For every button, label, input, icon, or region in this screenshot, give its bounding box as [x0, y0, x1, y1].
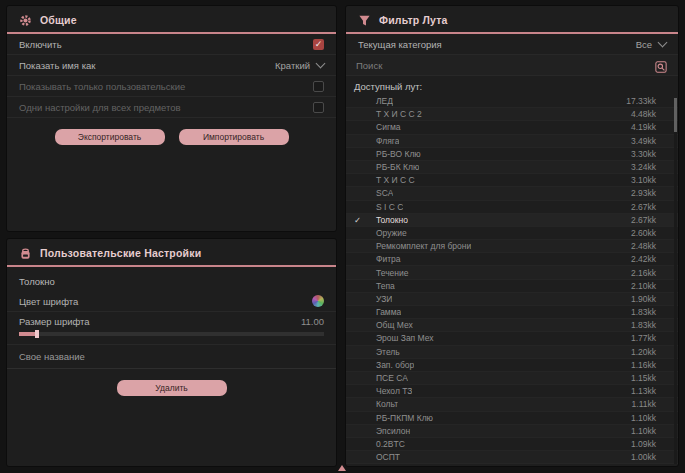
loot-name: Гамма: [354, 307, 401, 317]
loot-name: Оружие: [354, 228, 407, 238]
font-color-row: Цвет шрифта: [7, 291, 336, 312]
loot-row[interactable]: Эрош Зап Мех 1.77kk: [346, 332, 678, 345]
font-size-slider-thumb[interactable]: [35, 330, 39, 338]
loot-value: 1.77kk: [631, 333, 656, 343]
name-mode-row: Показать имя как Краткий: [7, 55, 336, 76]
enable-row: Включить ✓: [7, 34, 336, 55]
loot-row[interactable]: ОСПТ 1.00kk: [346, 451, 678, 464]
loot-name: Фляга: [354, 136, 399, 146]
loot-row[interactable]: ПСЕ СА 1.15kk: [346, 372, 678, 385]
loot-row[interactable]: Чехол ТЗ 1.13kk: [346, 385, 678, 398]
scrollbar-thumb[interactable]: [674, 98, 677, 132]
loot-row[interactable]: РБ-ПКПМ Клю 1.10kk: [346, 412, 678, 425]
only-custom-row: Показывать только пользовательские: [7, 76, 336, 97]
loot-list-scrollbar[interactable]: [674, 98, 677, 464]
loot-row[interactable]: РБ-ВО Клю 3.30kk: [346, 148, 678, 161]
check-icon: ✓: [354, 215, 368, 225]
search-bar[interactable]: Поиск: [346, 55, 678, 76]
loot-name: ПСЕ СА: [354, 373, 408, 383]
resize-handle-icon[interactable]: [338, 465, 346, 471]
loot-row[interactable]: Т Х И С С 2 4.48kk: [346, 108, 678, 121]
loot-list: ЛЕД 17.33kk Т Х И С С 2 4.48kk Сигма 4.1…: [346, 95, 678, 464]
loot-value: 4.19kk: [631, 122, 656, 132]
loot-row[interactable]: Течение 2.16kk: [346, 266, 678, 279]
available-loot-label: Доступный лут:: [346, 76, 678, 95]
loot-value: 2.67kk: [631, 215, 656, 225]
font-size-slider[interactable]: [19, 332, 324, 336]
color-wheel-icon[interactable]: [312, 295, 324, 307]
loot-row[interactable]: ЛЕД 17.33kk: [346, 95, 678, 108]
loot-row[interactable]: S I C C 2.67kk: [346, 201, 678, 214]
chevron-down-icon: [316, 59, 326, 69]
loot-name: РБ-ВО Клю: [354, 149, 421, 159]
filter-panel-title: Фильтр Лута: [379, 14, 448, 26]
only-custom-checkbox[interactable]: [313, 81, 324, 92]
loot-row[interactable]: Гамма 1.83kk: [346, 306, 678, 319]
backpack-icon: [19, 246, 32, 259]
loot-name: Кольт: [354, 399, 398, 409]
loot-name: Чехол ТЗ: [354, 386, 412, 396]
search-icon[interactable]: [655, 59, 668, 72]
only-custom-label: Показывать только пользовательские: [19, 81, 185, 92]
delete-button[interactable]: Удалить: [117, 380, 227, 396]
loot-filter-panel: Фильтр Лута Текущая категория Все Поиск …: [345, 5, 679, 467]
loot-row[interactable]: РБ-БК Клю 3.24kk: [346, 161, 678, 174]
loot-row[interactable]: Зап. обор 1.16kk: [346, 359, 678, 372]
category-select[interactable]: Все: [636, 39, 666, 50]
name-mode-select[interactable]: Краткий: [275, 60, 324, 71]
same-settings-checkbox[interactable]: [313, 102, 324, 113]
same-settings-row: Одни настройки для всех предметов: [7, 97, 336, 118]
loot-value: 1.13kk: [631, 386, 656, 396]
loot-value: 3.49kk: [631, 136, 656, 146]
loot-value: 1.00kk: [631, 452, 656, 462]
loot-value: 2.93kk: [631, 188, 656, 198]
loot-row[interactable]: Кольт 1.11kk: [346, 398, 678, 411]
loot-value: 17.33kk: [626, 96, 656, 106]
loot-row[interactable]: Эпсилон 1.10kk: [346, 425, 678, 438]
loot-name: Тепа: [354, 281, 395, 291]
loot-row[interactable]: SCA 2.93kk: [346, 187, 678, 200]
chevron-down-icon: [658, 38, 668, 48]
export-button[interactable]: Экспортировать: [55, 129, 165, 145]
name-mode-value: Краткий: [275, 60, 310, 71]
loot-row[interactable]: Ремкомплект для брони 2.48kk: [346, 240, 678, 253]
general-panel-title: Общие: [40, 14, 77, 26]
general-panel-header: Общие: [7, 6, 336, 34]
font-size-value: 11.00: [301, 316, 324, 327]
funnel-icon: [358, 13, 371, 26]
loot-value: 2.67kk: [631, 202, 656, 212]
loot-filter-app: Общие Включить ✓ Показать имя как Кратки…: [0, 0, 685, 473]
loot-name: SCA: [354, 188, 393, 198]
loot-value: 1.16kk: [631, 360, 656, 370]
loot-value: 3.10kk: [631, 175, 656, 185]
loot-row[interactable]: 0.2BTC 1.09kk: [346, 438, 678, 451]
font-size-row: Размер шрифта 11.00: [7, 312, 336, 345]
name-mode-label: Показать имя как: [19, 60, 95, 71]
loot-name: Т Х И С С 2: [354, 109, 422, 119]
loot-row[interactable]: Общ Мех 1.83kk: [346, 319, 678, 332]
loot-row[interactable]: Этель 1.20kk: [346, 346, 678, 359]
category-row: Текущая категория Все: [346, 34, 678, 55]
loot-name: РБ-БК Клю: [354, 162, 419, 172]
loot-row[interactable]: Оружие 2.60kk: [346, 227, 678, 240]
loot-row[interactable]: Фляга 3.49kk: [346, 135, 678, 148]
loot-row[interactable]: Сигма 4.19kk: [346, 121, 678, 134]
custom-settings-panel: Пользовательские Настройки Толокно Цвет …: [6, 238, 337, 467]
general-panel: Общие Включить ✓ Показать имя как Кратки…: [6, 5, 337, 232]
loot-row[interactable]: Тепа 2.10kk: [346, 280, 678, 293]
category-label: Текущая категория: [358, 39, 442, 50]
loot-value: 3.24kk: [631, 162, 656, 172]
loot-row[interactable]: УЗИ 1.90kk: [346, 293, 678, 306]
search-input[interactable]: Поиск: [356, 60, 382, 71]
loot-value: 1.09kk: [631, 439, 656, 449]
loot-row[interactable]: Фитра 2.42kk: [346, 253, 678, 266]
custom-name-input[interactable]: [7, 345, 336, 369]
enable-checkbox[interactable]: ✓: [313, 39, 324, 50]
loot-name: Сигма: [354, 122, 401, 132]
loot-row[interactable]: ✓ Толокно 2.67kk: [346, 214, 678, 227]
import-button[interactable]: Импортировать: [179, 129, 289, 145]
loot-value: 4.48kk: [631, 109, 656, 119]
loot-value: 1.20kk: [631, 347, 656, 357]
custom-panel-title: Пользовательские Настройки: [40, 247, 201, 259]
loot-row[interactable]: Т Х И С С 3.10kk: [346, 174, 678, 187]
